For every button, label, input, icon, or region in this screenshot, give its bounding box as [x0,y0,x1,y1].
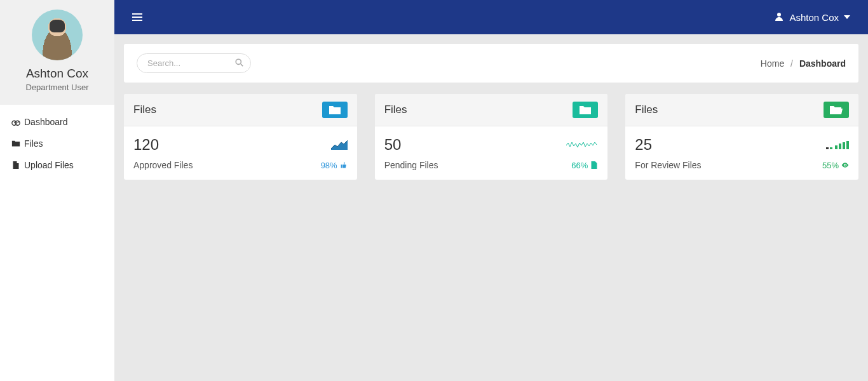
user-name: Ashton Cox [789,12,839,23]
folder-open-icon [824,102,849,118]
breadcrumb-home[interactable]: Home [761,58,784,69]
card-value: 50 [384,136,402,154]
svg-point-10 [844,164,846,166]
svg-point-3 [236,59,241,64]
card-label: Pending Files [384,160,438,170]
nav-list: Dashboard Files Upload Files [0,105,114,182]
topbar: Ashton Cox [114,0,868,34]
breadcrumb-sep: / [790,58,793,69]
card-body: 50 Pending Files 66% [375,126,608,180]
cards-row: Files 120 Approved Files [124,94,858,180]
sidebar: Ashton Cox Department User Dashboard Fil… [0,0,114,381]
caret-down-icon [844,15,850,19]
card-percent: 55% [822,161,849,170]
breadcrumb-current: Dashboard [799,58,846,69]
file-icon [590,161,598,169]
search-input[interactable] [137,53,251,73]
folder-open-icon [11,139,20,148]
search-wrap [137,53,251,73]
folder-icon [573,102,598,118]
profile-role: Department User [6,83,108,92]
card-label: Approved Files [133,160,193,170]
svg-rect-4 [826,147,829,149]
search-icon[interactable] [235,58,243,69]
card-title: Files [133,104,156,116]
folder-icon [322,102,348,118]
svg-rect-7 [839,144,841,149]
dashboard-icon [11,117,20,126]
file-icon [11,161,20,170]
svg-rect-5 [830,147,832,149]
nav-label: Files [24,138,43,149]
card-body: 120 Approved Files 98% [124,126,357,180]
sparkline-icon [566,138,598,151]
card-percent: 98% [321,161,348,170]
svg-rect-6 [835,145,837,149]
card-header: Files [625,94,858,126]
nav-item-files[interactable]: Files [0,133,114,154]
card-header: Files [124,94,357,126]
card-value: 120 [133,136,159,154]
card-title: Files [635,104,658,116]
nav-item-dashboard[interactable]: Dashboard [0,111,114,133]
hamburger-icon[interactable] [132,13,142,21]
eye-icon [841,161,849,169]
main: Ashton Cox Home / Dashboard [114,0,868,381]
profile-name: Ashton Cox [6,67,108,81]
avatar[interactable] [32,10,83,60]
card-value: 25 [635,136,652,154]
nav-label: Upload Files [24,160,74,170]
card-pending: Files 50 Pending Files 6 [375,94,608,180]
content: Home / Dashboard Files 120 [114,34,868,189]
card-body: 25 For Review Files 55% [625,126,858,180]
card-title: Files [384,104,407,116]
toolbar-panel: Home / Dashboard [124,44,858,83]
profile-section: Ashton Cox Department User [0,0,114,105]
card-percent: 66% [571,161,598,170]
card-approved: Files 120 Approved Files [124,94,357,180]
nav-item-upload[interactable]: Upload Files [0,154,114,176]
bar-chart-icon [826,138,849,151]
user-menu[interactable]: Ashton Cox [774,11,850,23]
thumbs-up-icon [340,161,348,169]
svg-rect-9 [846,141,849,149]
user-icon [774,11,784,23]
card-label: For Review Files [635,160,701,170]
card-header: Files [375,94,608,126]
sparkline-icon [331,138,348,151]
svg-rect-8 [843,142,845,149]
card-review: Files 25 For Review Files [625,94,858,180]
nav-label: Dashboard [24,117,68,127]
svg-point-2 [777,13,781,17]
breadcrumb: Home / Dashboard [761,58,846,69]
